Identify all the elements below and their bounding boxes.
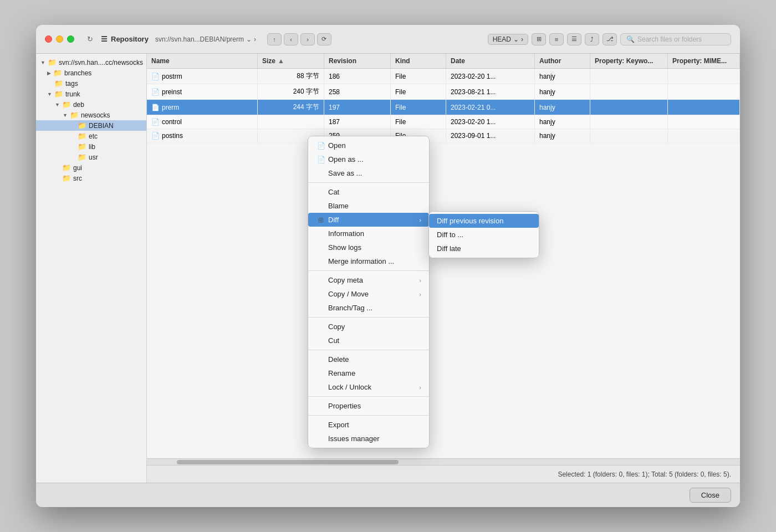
sidebar-item-src[interactable]: 📁 src	[36, 173, 146, 183]
cm-rename[interactable]: Rename	[308, 366, 429, 380]
cm-blame-label: Blame	[328, 202, 421, 210]
close-button[interactable]	[45, 35, 52, 43]
sidebar-item-deb[interactable]: ▼ 📁 deb	[36, 99, 146, 110]
cell-prop-mime	[668, 84, 740, 99]
head-selector[interactable]: HEAD ⌄ ›	[488, 34, 528, 45]
back-icon[interactable]: ‹	[284, 33, 298, 45]
cell-prop-kw	[590, 129, 668, 142]
doc-icon: 📄	[316, 142, 326, 150]
head-forward-icon[interactable]: ›	[521, 35, 523, 43]
cm-delete[interactable]: Delete	[308, 352, 429, 366]
diff-submenu: Diff previous revision Diff to ... Diff …	[428, 211, 539, 258]
submenu-diff-late[interactable]: Diff late	[429, 242, 539, 255]
col-header-name[interactable]: Name	[147, 54, 258, 68]
maximize-button[interactable]	[67, 35, 74, 43]
table-row[interactable]: 📄 postins 259 File 2023-09-01 1... hanjy	[147, 129, 740, 143]
submenu-diff-to[interactable]: Diff to ...	[429, 228, 539, 242]
sidebar-item-label: DEBIAN	[89, 122, 114, 130]
forward-icon[interactable]: ›	[300, 33, 315, 45]
sidebar-item-trunk[interactable]: ▼ 📁 trunk	[36, 89, 146, 99]
branch-icon[interactable]: ⎇	[603, 33, 617, 45]
sidebar-item-usr[interactable]: 📁 usr	[36, 152, 146, 162]
sidebar-item-lib[interactable]: 📁 lib	[36, 141, 146, 152]
table-row[interactable]: 📄 preinst 240 字节 258 File 2023-08-21 1..…	[147, 84, 740, 100]
up-icon[interactable]: ↑	[267, 33, 282, 45]
sidebar-item-newsocks[interactable]: ▼ 📁 newsocks	[36, 110, 146, 120]
table-row[interactable]: 📄 postrm 88 字节 186 File 2023-02-20 1...	[147, 69, 740, 84]
sidebar-item-etc[interactable]: 📁 etc	[36, 131, 146, 141]
cell-name: 📄 postins	[147, 129, 258, 142]
view-detail-icon[interactable]: ☰	[567, 33, 581, 45]
submenu-arrow-icon: ›	[419, 277, 421, 284]
cm-properties[interactable]: Properties	[308, 399, 429, 413]
close-button[interactable]: Close	[690, 488, 731, 503]
cm-diff[interactable]: ⊞ Diff ›	[308, 213, 429, 227]
cm-branch-tag-label: Branch/Tag ...	[328, 304, 421, 312]
titlebar-title: ☰ Repository	[101, 35, 149, 43]
cm-save-as[interactable]: Save as ...	[308, 166, 429, 180]
sidebar-item-branches[interactable]: ▶ 📁 branches	[36, 68, 146, 78]
cm-branch-tag[interactable]: Branch/Tag ...	[308, 301, 429, 315]
cm-merge-info[interactable]: Merge information ...	[308, 254, 429, 268]
share-icon[interactable]: ⤴	[585, 33, 599, 45]
sidebar-root[interactable]: ▼ 📁 svn://svn.han....cc/newsocks	[36, 57, 146, 68]
folder-icon: 📁	[54, 90, 63, 98]
cm-information[interactable]: Information	[308, 227, 429, 241]
cm-cat[interactable]: Cat	[308, 185, 429, 199]
cell-value: preinst	[162, 88, 182, 96]
refresh-icon[interactable]: ↻	[85, 35, 94, 44]
minimize-button[interactable]	[56, 35, 63, 43]
path-forward-icon[interactable]: ›	[254, 35, 256, 43]
search-placeholder: Search files or folders	[637, 35, 702, 43]
cell-name: 📄 control	[147, 115, 258, 129]
cm-cut[interactable]: Cut	[308, 334, 429, 347]
folder-icon: 📁	[53, 69, 62, 77]
sidebar-item-tags[interactable]: 📁 tags	[36, 78, 146, 89]
cm-copy[interactable]: Copy	[308, 320, 429, 334]
sidebar-item-debian[interactable]: 📁 DEBIAN	[36, 120, 146, 131]
col-prop-mime-label: Property: MIME...	[672, 57, 727, 65]
cell-value: 2023-02-20 1...	[451, 118, 496, 126]
update-icon[interactable]: ⟳	[317, 33, 331, 45]
sidebar-item-label: etc	[89, 132, 98, 140]
col-header-author[interactable]: Author	[535, 54, 590, 68]
submenu-diff-prev[interactable]: Diff previous revision	[429, 214, 539, 228]
cm-lock-unlock[interactable]: Lock / Unlock ›	[308, 380, 429, 394]
cm-export[interactable]: Export	[308, 418, 429, 432]
cell-value: prerm	[162, 104, 179, 111]
sidebar: ▼ 📁 svn://svn.han....cc/newsocks ▶ 📁 bra…	[36, 54, 147, 483]
scroll-thumb[interactable]	[177, 460, 399, 464]
col-header-size[interactable]: Size ▲	[258, 54, 324, 68]
view-grid-icon[interactable]: ⊞	[532, 33, 546, 45]
cm-open[interactable]: 📄 Open	[308, 139, 429, 152]
search-box[interactable]: 🔍 Search files or folders	[620, 33, 731, 45]
cell-revision: 258	[324, 84, 391, 99]
col-header-date[interactable]: Date	[446, 54, 535, 68]
cell-revision: 187	[324, 115, 391, 129]
col-header-prop-mime[interactable]: Property: MIME...	[668, 54, 740, 68]
folder-icon: 📁	[78, 153, 86, 161]
cell-size: 88 字节	[258, 69, 324, 84]
sort-asc-icon: ▲	[278, 57, 284, 65]
path-dropdown-icon[interactable]: ⌄	[246, 35, 252, 43]
file-icon: 📄	[151, 88, 160, 96]
cm-blame[interactable]: Blame	[308, 199, 429, 213]
folder-icon: 📁	[62, 100, 71, 109]
cm-copy-move[interactable]: Copy / Move ›	[308, 287, 429, 301]
cm-open-as[interactable]: 📄 Open as ...	[308, 152, 429, 166]
cm-copy-meta[interactable]: Copy meta ›	[308, 273, 429, 287]
head-label: HEAD	[493, 35, 511, 43]
col-header-kind[interactable]: Kind	[391, 54, 446, 68]
sidebar-item-gui[interactable]: 📁 gui	[36, 162, 146, 173]
horizontal-scrollbar[interactable]	[147, 458, 740, 465]
table-row[interactable]: 📄 control 187 File 2023-02-20 1... hanjy	[147, 115, 740, 129]
view-list-icon[interactable]: ≡	[549, 33, 564, 45]
cm-show-logs[interactable]: Show logs	[308, 241, 429, 254]
col-header-prop-kw[interactable]: Property: Keywo...	[590, 54, 668, 68]
chevron-down-icon: ▼	[40, 60, 45, 65]
col-header-revision[interactable]: Revision	[324, 54, 391, 68]
cell-author: hanjy	[535, 129, 590, 142]
col-author-label: Author	[539, 57, 561, 65]
table-row[interactable]: 📄 prerm 244 字节 197 File 2023-02-21 0...	[147, 100, 740, 115]
cm-issues-manager[interactable]: Issues manager	[308, 432, 429, 446]
